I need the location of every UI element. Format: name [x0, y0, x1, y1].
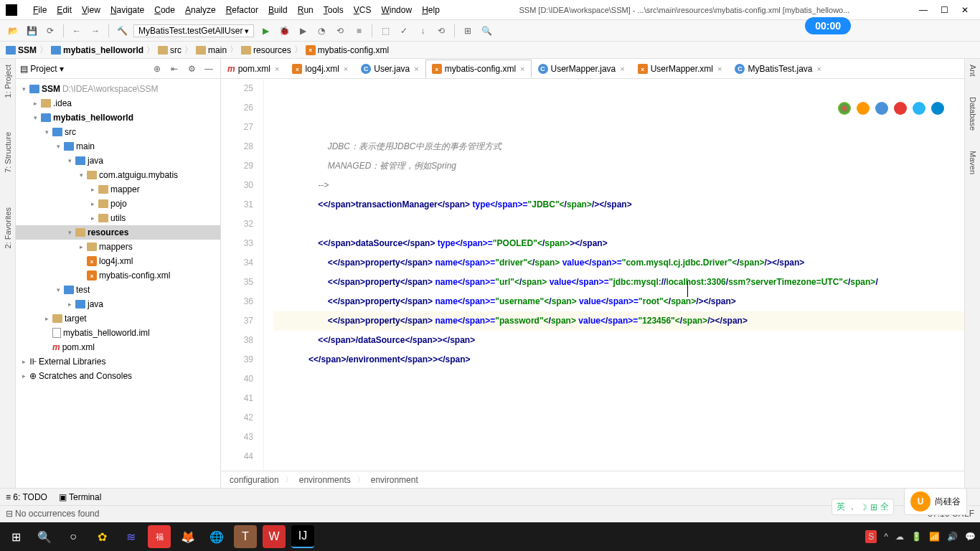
xml-breadcrumb-item[interactable]: environment: [371, 475, 418, 485]
tray-icon-1[interactable]: S: [865, 530, 877, 543]
code-content[interactable]: JDBC：表示使用JDBC中原生的事务管理方式 MANAGED：被管理，例如Sp…: [274, 79, 964, 471]
editor-tab[interactable]: m pom.xml ×: [221, 60, 286, 78]
tray-up-icon[interactable]: ^: [884, 532, 888, 542]
tree-node[interactable]: ▾ test: [16, 283, 220, 297]
editor-tab[interactable]: C UserMapper.java ×: [532, 60, 631, 78]
close-tab-icon[interactable]: ×: [344, 65, 348, 73]
right-stripe-tab[interactable]: Database: [967, 94, 979, 133]
right-stripe-tab[interactable]: Ant: [967, 62, 979, 80]
breadcrumb-item[interactable]: src: [158, 45, 182, 55]
menu-view[interactable]: View: [77, 4, 105, 17]
close-tab-icon[interactable]: ×: [817, 65, 821, 73]
start-button[interactable]: ⊞: [4, 525, 27, 548]
tree-node[interactable]: ▾ main: [16, 139, 220, 154]
breadcrumb-item[interactable]: main: [196, 45, 227, 55]
left-stripe-tab[interactable]: 7: Structure: [2, 129, 14, 176]
menu-vcs[interactable]: VCS: [349, 4, 376, 17]
xml-breadcrumb-item[interactable]: environments: [299, 475, 351, 485]
left-stripe-tab[interactable]: 2: Favorites: [2, 204, 14, 251]
stop-icon[interactable]: ■: [352, 24, 366, 38]
close-button[interactable]: ✕: [961, 5, 969, 15]
tray-wifi-icon[interactable]: 📶: [929, 532, 940, 542]
update-icon[interactable]: ↓: [415, 24, 430, 38]
project-tree[interactable]: ▾ SSM D:\IDEA\workspace\SSM▸ .idea▾ myba…: [16, 79, 220, 488]
build-icon[interactable]: 🔨: [115, 24, 129, 38]
tree-node[interactable]: ▸ utils: [16, 211, 220, 225]
tree-node[interactable]: ▾ com.atguigu.mybatis: [16, 168, 220, 182]
run-icon[interactable]: ▶: [258, 24, 273, 38]
back-icon[interactable]: ←: [70, 24, 84, 38]
refresh-icon[interactable]: ⟳: [43, 24, 57, 38]
ime-indicator[interactable]: 英，☽⊞全: [831, 499, 894, 515]
editor-tab[interactable]: x log4j.xml ×: [286, 60, 354, 78]
breadcrumb-item[interactable]: x mybatis-config.xml: [306, 45, 389, 55]
editor-tab[interactable]: C User.java ×: [354, 60, 425, 78]
menu-help[interactable]: Help: [418, 4, 444, 17]
locate-icon[interactable]: ⊕: [150, 62, 164, 76]
forward-icon[interactable]: →: [88, 24, 103, 38]
edge-icon[interactable]: [931, 102, 944, 115]
menu-tools[interactable]: Tools: [319, 4, 348, 17]
tree-node[interactable]: ▸ target: [16, 311, 220, 326]
tree-node[interactable]: x log4j.xml: [16, 254, 220, 268]
chrome-icon[interactable]: [838, 102, 851, 115]
breadcrumb-item[interactable]: SSM: [6, 45, 37, 55]
tree-node[interactable]: ▾ src: [16, 125, 220, 139]
open-icon[interactable]: 📂: [6, 24, 20, 38]
chrome-taskbar-icon[interactable]: 🌐: [205, 525, 228, 548]
hide-icon[interactable]: —: [202, 62, 216, 76]
tray-notif-icon[interactable]: 💬: [965, 532, 976, 542]
tray-battery-icon[interactable]: 🔋: [911, 532, 922, 542]
menu-navigate[interactable]: Navigate: [106, 4, 149, 17]
tree-node[interactable]: ▸ mappers: [16, 240, 220, 254]
wps-icon[interactable]: W: [263, 525, 286, 548]
menu-edit[interactable]: Edit: [52, 4, 76, 17]
tree-node[interactable]: ▸⊪ External Libraries: [16, 354, 220, 369]
app-icon-t[interactable]: T: [234, 525, 257, 548]
close-tab-icon[interactable]: ×: [275, 65, 279, 73]
tree-node[interactable]: ▸ .idea: [16, 96, 220, 110]
cortana-icon[interactable]: ○: [62, 525, 85, 548]
menu-refactor[interactable]: Refactor: [222, 4, 263, 17]
commit-icon[interactable]: ✓: [397, 24, 411, 38]
breadcrumb-item[interactable]: mybatis_helloworld: [51, 45, 143, 55]
project-view-selector[interactable]: ▤ Project ▾: [20, 64, 64, 74]
tree-node[interactable]: ▾ resources: [16, 225, 220, 240]
tree-node[interactable]: ▸ mapper: [16, 182, 220, 197]
breadcrumb-item[interactable]: resources: [241, 45, 291, 55]
attach-icon[interactable]: ⟲: [333, 24, 347, 38]
ie-icon[interactable]: [913, 102, 925, 115]
menu-window[interactable]: Window: [377, 4, 416, 17]
vcs-icon[interactable]: ⬚: [378, 24, 392, 38]
menu-analyze[interactable]: Analyze: [181, 4, 220, 17]
editor-tab[interactable]: x UserMapper.xml ×: [631, 60, 729, 78]
left-stripe-tab[interactable]: 1: Project: [2, 62, 14, 100]
tree-node[interactable]: ▸ pojo: [16, 197, 220, 211]
history-icon[interactable]: ⟲: [434, 24, 448, 38]
profile-icon[interactable]: ◔: [314, 24, 329, 38]
bottom-tab[interactable]: ≡ 6: TODO: [6, 492, 47, 502]
menu-run[interactable]: Run: [293, 4, 318, 17]
tree-node[interactable]: ▸⊕ Scratches and Consoles: [16, 369, 220, 383]
app-icon-1[interactable]: ✿: [90, 525, 113, 548]
close-tab-icon[interactable]: ×: [414, 65, 418, 73]
opera-icon[interactable]: [894, 102, 907, 115]
collapse-icon[interactable]: ⇤: [167, 62, 182, 76]
debug-icon[interactable]: 🐞: [277, 24, 291, 38]
close-tab-icon[interactable]: ×: [520, 65, 524, 73]
code-editor[interactable]: 2526272829303132333435363738394041424344…: [221, 79, 964, 471]
search-icon[interactable]: 🔍: [479, 24, 494, 38]
coverage-icon[interactable]: ▶: [296, 24, 310, 38]
settings-icon[interactable]: ⚙: [184, 62, 199, 76]
bottom-tab[interactable]: ▣ Terminal: [59, 492, 101, 502]
search-button[interactable]: 🔍: [33, 525, 56, 548]
tree-node[interactable]: ▸ java: [16, 297, 220, 311]
tray-volume-icon[interactable]: 🔊: [947, 532, 958, 542]
minimize-button[interactable]: —: [919, 5, 928, 15]
menu-file[interactable]: File: [29, 4, 51, 17]
safari-icon[interactable]: [875, 102, 888, 115]
run-config-selector[interactable]: MyBatisTest.testGetAllUser ▾: [133, 24, 254, 37]
tree-node[interactable]: ▾ java: [16, 154, 220, 168]
app-icon-2[interactable]: ≋: [119, 525, 142, 548]
menu-code[interactable]: Code: [150, 4, 179, 17]
